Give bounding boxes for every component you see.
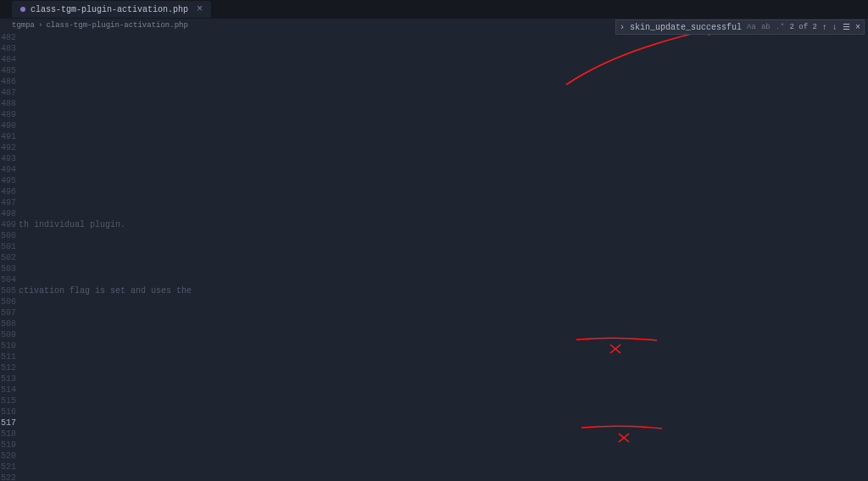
- breadcrumb-folder[interactable]: tgmpa: [12, 21, 35, 30]
- code-area[interactable]: th individual plugin. ctivation flag is …: [19, 32, 868, 481]
- tab-filename: class-tgm-plugin-activation.php: [31, 5, 188, 14]
- chevron-right-icon: ›: [38, 21, 42, 30]
- code-editor[interactable]: 4824834844854864874884894904914924934944…: [0, 32, 868, 481]
- modified-dot-icon: [20, 7, 25, 12]
- close-icon[interactable]: ×: [855, 23, 860, 32]
- breadcrumb-file[interactable]: class-tgm-plugin-activation.php: [46, 21, 187, 30]
- tab-bar: class-tgm-plugin-activation.php ×: [0, 0, 868, 19]
- editor-tab[interactable]: class-tgm-plugin-activation.php ×: [12, 1, 211, 18]
- regex-toggle[interactable]: .*: [776, 23, 785, 31]
- chevron-right-icon[interactable]: ›: [620, 23, 625, 32]
- find-result-count: 2 of 2: [790, 23, 817, 31]
- find-input[interactable]: skin_update_successful: [630, 23, 742, 32]
- match-word-toggle[interactable]: ab: [761, 23, 771, 31]
- close-icon[interactable]: ×: [197, 3, 203, 15]
- code-text: th individual plugin.: [19, 219, 125, 230]
- line-number-gutter: 4824834844854864874884894904914924934944…: [0, 32, 19, 481]
- find-widget[interactable]: › skin_update_successful Aa ab .* 2 of 2…: [615, 19, 865, 35]
- find-in-selection-icon[interactable]: ☰: [843, 22, 850, 32]
- arrow-up-icon[interactable]: ↑: [822, 23, 827, 32]
- match-case-toggle[interactable]: Aa: [747, 23, 756, 31]
- code-text: ctivation flag is set and uses the: [19, 285, 192, 296]
- arrow-down-icon[interactable]: ↓: [832, 23, 837, 32]
